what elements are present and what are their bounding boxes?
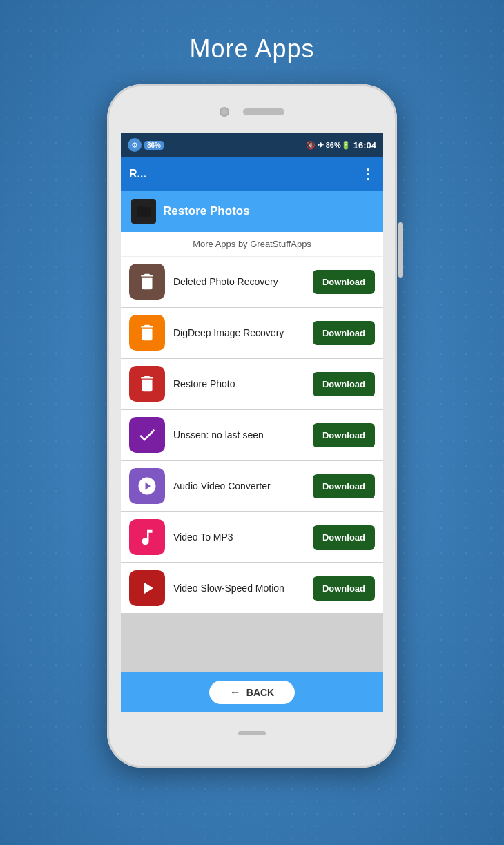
page-title: More Apps (189, 35, 314, 64)
app-name: Video Slow-Speed Motion (173, 583, 304, 594)
app-icon-audio-video (129, 468, 165, 504)
phone-home-indicator (238, 731, 266, 735)
download-button-0[interactable]: Download (313, 270, 375, 294)
phone-speaker (243, 108, 284, 115)
download-button-6[interactable]: Download (313, 576, 375, 601)
list-item: Deleted Photo Recovery Download (121, 257, 383, 307)
app-icon-digdeep (129, 315, 165, 351)
list-item: Restore Photo Download (121, 359, 383, 409)
download-button-4[interactable]: Download (313, 474, 375, 498)
app-name: Video To MP3 (173, 532, 304, 543)
list-item: Unssen: no last seen Download (121, 410, 383, 460)
dialog-sheet: Restore Photos More Apps by GreatStuffAp… (121, 191, 383, 712)
folder-icon (131, 199, 156, 224)
dialog-title: Restore Photos (163, 204, 250, 218)
list-item: Video To MP3 Download (121, 512, 383, 562)
app-name: Restore Photo (173, 378, 304, 389)
more-menu-icon[interactable]: ⋮ (361, 166, 375, 182)
back-button-label: BACK (246, 687, 274, 698)
download-button-5[interactable]: Download (313, 525, 375, 550)
status-right: 🔇 ✈ 86%🔋 16:04 (306, 140, 376, 150)
back-button[interactable]: ← BACK (209, 681, 295, 704)
status-time: 16:04 (353, 140, 376, 150)
app-icon-video-mp3 (129, 519, 165, 555)
download-button-3[interactable]: Download (313, 423, 375, 447)
app-icon-deleted-photo (129, 264, 165, 300)
status-icons: 🔇 ✈ 86%🔋 (306, 141, 351, 150)
app-icon-unssen (129, 417, 165, 453)
notification-badge: 86% (144, 141, 164, 150)
back-bar: ← BACK (121, 672, 383, 712)
phone-side-button (398, 222, 403, 278)
back-arrow-icon: ← (230, 686, 241, 699)
phone-bottom (107, 712, 397, 754)
dialog-header: Restore Photos (121, 191, 383, 232)
app-bar: R... ⋮ (121, 157, 383, 191)
phone-shell: ⚙ 86% 🔇 ✈ 86%🔋 16:04 R... ⋮ Resto (107, 84, 397, 768)
list-item: DigDeep Image Recovery Download (121, 308, 383, 358)
gear-icon: ⚙ (128, 138, 142, 152)
status-left: ⚙ 86% (128, 138, 164, 152)
app-list: Deleted Photo Recovery Download DigDeep … (121, 257, 383, 672)
status-bar: ⚙ 86% 🔇 ✈ 86%🔋 16:04 (121, 133, 383, 157)
list-item: Video Slow-Speed Motion Download (121, 563, 383, 613)
app-icon-restore-photo (129, 366, 165, 402)
app-name: Deleted Photo Recovery (173, 276, 304, 287)
phone-top (107, 84, 397, 133)
app-name: Unssen: no last seen (173, 429, 304, 440)
subtitle-bar: More Apps by GreatStuffApps (121, 232, 383, 257)
app-name: DigDeep Image Recovery (173, 327, 304, 338)
app-bar-title: R... (129, 168, 146, 180)
download-button-2[interactable]: Download (313, 372, 375, 396)
download-button-1[interactable]: Download (313, 321, 375, 345)
app-name: Audio Video Converter (173, 480, 304, 492)
list-item: Audio Video Converter Download (121, 461, 383, 511)
phone-screen: ⚙ 86% 🔇 ✈ 86%🔋 16:04 R... ⋮ Resto (121, 133, 383, 712)
app-icon-slow-speed (129, 570, 165, 606)
phone-camera (220, 107, 229, 117)
